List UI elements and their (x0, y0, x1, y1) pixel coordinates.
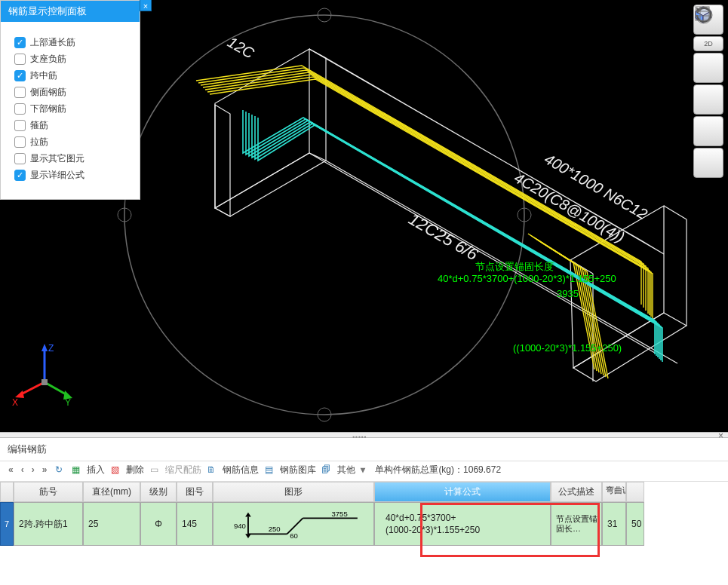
nav-last-button[interactable]: » (40, 464, 50, 475)
scale-icon: ▭ (147, 463, 161, 476)
rebar-info-button[interactable]: 钢筋信息 (223, 464, 259, 476)
chk-row-1[interactable]: 支座负筋 (14, 53, 126, 66)
col-formula[interactable]: 计算公式 (374, 482, 551, 502)
rebar-shape-icon: 940 250 60 3755 (217, 507, 370, 541)
cell-shape[interactable]: 940 250 60 3755 (213, 502, 374, 546)
chk-row-5[interactable]: 箍筋 (14, 119, 126, 132)
svg-text:3755: 3755 (332, 510, 348, 518)
checkbox-icon[interactable] (14, 120, 26, 131)
scale-button[interactable]: 缩尺配筋 (165, 464, 201, 476)
checkbox-icon[interactable] (14, 70, 26, 81)
panel-title: 钢筋显示控制面板 (1, 1, 140, 22)
checkbox-icon[interactable] (14, 153, 26, 164)
view-2d-button[interactable]: 2D (693, 36, 723, 51)
cell-formula[interactable]: 40*d+0.75*3700+ (1000-20*3)*1.155+250 (374, 502, 551, 546)
chk-label: 跨中筋 (30, 69, 57, 82)
chk-row-2[interactable]: 跨中筋 (14, 69, 126, 82)
rebar-table: 筋号 直径(mm) 级别 图号 图形 计算公式 公式描述 弯曲调整 7 2跨.跨… (0, 482, 728, 546)
rebar-library-button[interactable]: 钢筋图库 (280, 464, 316, 476)
chk-row-7[interactable]: 显示其它图元 (14, 152, 126, 165)
svg-text:400*1000 N6C12: 400*1000 N6C12 (542, 150, 650, 222)
cell-bend[interactable]: 31 (602, 502, 626, 546)
col-extra[interactable] (626, 482, 644, 502)
insert-icon: ▦ (69, 463, 82, 476)
rebar-edit-pane: 编辑钢筋 « ‹ › » ↻ ▦ 插入 ▧ 删除 ▭ 缩尺配筋 🗎 钢筋信息 ▤… (0, 438, 728, 585)
cell-name[interactable]: 2跨.跨中筋1 (14, 502, 83, 546)
cell-desc[interactable]: 节点设置锚固长… (551, 502, 602, 546)
chk-label: 支座负筋 (30, 53, 66, 66)
weight-value: 1069.672 (463, 464, 501, 475)
checkbox-icon[interactable] (14, 54, 26, 65)
cell-dia[interactable]: 25 (83, 502, 140, 546)
pane-splitter[interactable]: ▪▪▪▪▪ × (0, 432, 728, 438)
row-number[interactable]: 7 (0, 502, 14, 546)
chk-row-4[interactable]: 下部钢筋 (14, 103, 126, 115)
chk-row-8[interactable]: 显示详细公式 (14, 169, 126, 182)
col-bend[interactable]: 弯曲调整 (602, 482, 626, 502)
chk-label: 显示详细公式 (30, 169, 84, 182)
chk-row-6[interactable]: 拉筋 (14, 136, 126, 149)
checkbox-icon[interactable] (14, 136, 26, 148)
svg-marker-7 (215, 105, 230, 216)
other-icon: 🗐 (319, 463, 333, 476)
view-rotate-button[interactable] (693, 116, 723, 146)
svg-marker-23 (41, 344, 48, 351)
svg-line-17 (664, 206, 687, 219)
nav-prev-button[interactable]: ‹ (19, 464, 26, 475)
other-button[interactable]: 其他 (337, 464, 355, 476)
col-rownum (0, 482, 14, 502)
svg-text:250: 250 (269, 525, 281, 533)
weight-label: 单构件钢筋总重(kg)： (375, 464, 463, 475)
chk-label: 上部通长筋 (30, 36, 75, 49)
svg-marker-6 (215, 153, 326, 216)
chk-row-0[interactable]: 上部通长筋 (14, 36, 126, 49)
view-cube-top-button[interactable] (693, 53, 723, 83)
cell-grade[interactable]: Φ (140, 502, 177, 546)
cell-shape-no[interactable]: 145 (177, 502, 213, 546)
svg-rect-31 (41, 379, 48, 385)
anno-node2: ((1000-20*3)*1.155+250) (513, 342, 622, 354)
col-desc[interactable]: 公式描述 (551, 482, 602, 502)
formula-line2: (1000-20*3)*1.155+250 (386, 524, 480, 536)
svg-rect-41 (696, 7, 709, 20)
col-shape-no[interactable]: 图号 (177, 482, 213, 502)
formula-line1: 40*d+0.75*3700+ (386, 512, 480, 524)
rebar-toolbar: « ‹ › » ↻ ▦ 插入 ▧ 删除 ▭ 缩尺配筋 🗎 钢筋信息 ▤ 钢筋图库… (0, 461, 728, 482)
cell-extra[interactable]: 50 (626, 502, 644, 546)
checkbox-icon[interactable] (14, 87, 26, 98)
axis-triad: Z X Y (11, 341, 78, 409)
nav-first-button[interactable]: « (6, 464, 16, 475)
view-cube-iso-button[interactable] (693, 84, 723, 115)
chk-row-3[interactable]: 侧面钢筋 (14, 86, 126, 99)
nav-next-button[interactable]: › (29, 464, 37, 475)
delete-button[interactable]: 删除 (126, 464, 144, 476)
col-grade[interactable]: 级别 (140, 482, 177, 502)
library-icon: ▤ (262, 463, 275, 476)
svg-line-25 (20, 382, 45, 395)
rebar-visibility-panel: 钢筋显示控制面板 × 上部通长筋支座负筋跨中筋侧面钢筋下部钢筋箍筋拉筋显示其它图… (0, 0, 140, 200)
svg-text:X: X (12, 397, 18, 408)
svg-text:Y: Y (65, 397, 71, 408)
chk-label: 拉筋 (30, 136, 48, 149)
chk-label: 显示其它图元 (30, 152, 84, 165)
checkbox-icon[interactable] (14, 170, 26, 181)
checkbox-icon[interactable] (14, 103, 26, 115)
view-nav: 2D (693, 5, 723, 178)
svg-text:940: 940 (234, 522, 246, 530)
chk-label: 侧面钢筋 (30, 86, 66, 99)
chk-label: 下部钢筋 (30, 103, 66, 115)
view-props-button[interactable] (693, 148, 723, 178)
refresh-icon[interactable]: ↻ (52, 463, 66, 476)
delete-icon: ▧ (108, 463, 121, 476)
panel-close-button[interactable]: × (140, 0, 152, 11)
col-shape[interactable]: 图形 (213, 482, 374, 502)
section-label-1: 12C25 6/6 (406, 210, 482, 265)
svg-marker-50 (245, 534, 251, 538)
other-dropdown-icon[interactable]: ▾ (358, 464, 367, 475)
col-dia[interactable]: 直径(mm) (83, 482, 140, 502)
col-name[interactable]: 筋号 (14, 482, 83, 502)
anno-node1a: 节点设置锚固长度 (475, 260, 554, 274)
insert-button[interactable]: 插入 (87, 464, 105, 476)
checkbox-icon[interactable] (14, 37, 26, 48)
svg-text:Z: Z (48, 343, 54, 354)
